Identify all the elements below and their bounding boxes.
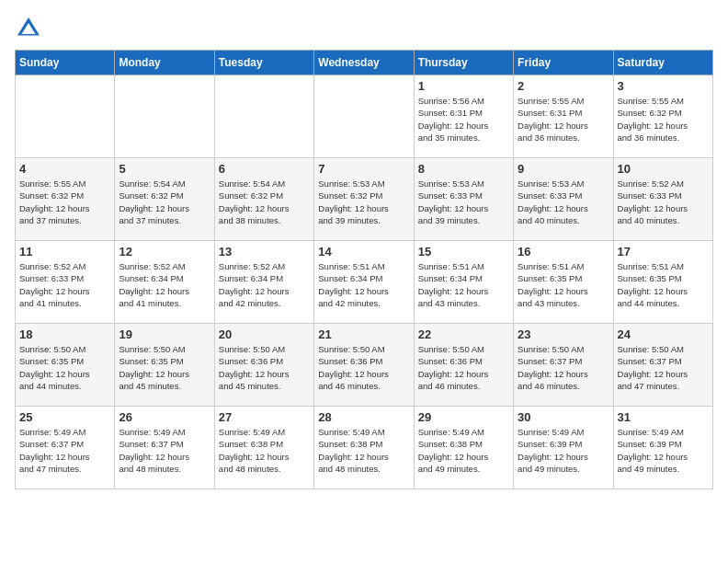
day-cell: 30Sunrise: 5:49 AM Sunset: 6:39 PM Dayli… — [514, 407, 613, 489]
day-info: Sunrise: 5:51 AM Sunset: 6:34 PM Dayligh… — [318, 260, 409, 309]
header-row: SundayMondayTuesdayWednesdayThursdayFrid… — [16, 51, 713, 75]
calendar-table: SundayMondayTuesdayWednesdayThursdayFrid… — [15, 50, 713, 489]
day-number: 29 — [418, 410, 509, 424]
day-cell — [314, 75, 414, 158]
day-cell: 11Sunrise: 5:52 AM Sunset: 6:33 PM Dayli… — [16, 241, 115, 324]
day-cell: 19Sunrise: 5:50 AM Sunset: 6:35 PM Dayli… — [115, 324, 214, 407]
day-info: Sunrise: 5:55 AM Sunset: 6:31 PM Dayligh… — [518, 95, 609, 144]
day-info: Sunrise: 5:52 AM Sunset: 6:33 PM Dayligh… — [19, 260, 110, 309]
day-cell: 17Sunrise: 5:51 AM Sunset: 6:35 PM Dayli… — [613, 241, 712, 324]
day-number: 16 — [518, 245, 609, 259]
day-number: 17 — [618, 245, 709, 259]
day-number: 11 — [19, 245, 110, 259]
day-cell — [115, 75, 214, 158]
day-number: 8 — [418, 162, 509, 176]
header — [15, 15, 713, 42]
day-number: 4 — [19, 162, 110, 176]
day-info: Sunrise: 5:49 AM Sunset: 6:38 PM Dayligh… — [219, 426, 310, 475]
day-info: Sunrise: 5:49 AM Sunset: 6:38 PM Dayligh… — [418, 426, 509, 475]
day-info: Sunrise: 5:51 AM Sunset: 6:35 PM Dayligh… — [518, 260, 609, 309]
day-info: Sunrise: 5:49 AM Sunset: 6:39 PM Dayligh… — [618, 426, 709, 475]
day-number: 21 — [318, 327, 409, 341]
day-info: Sunrise: 5:49 AM Sunset: 6:38 PM Dayligh… — [318, 426, 409, 475]
day-info: Sunrise: 5:54 AM Sunset: 6:32 PM Dayligh… — [219, 178, 310, 226]
day-cell: 16Sunrise: 5:51 AM Sunset: 6:35 PM Dayli… — [514, 241, 613, 324]
day-info: Sunrise: 5:56 AM Sunset: 6:31 PM Dayligh… — [418, 95, 509, 144]
week-row-0: 1Sunrise: 5:56 AM Sunset: 6:31 PM Daylig… — [16, 75, 713, 158]
day-info: Sunrise: 5:52 AM Sunset: 6:34 PM Dayligh… — [219, 260, 310, 309]
day-info: Sunrise: 5:50 AM Sunset: 6:35 PM Dayligh… — [19, 343, 110, 392]
day-number: 3 — [618, 79, 709, 93]
day-cell: 2Sunrise: 5:55 AM Sunset: 6:31 PM Daylig… — [514, 75, 613, 158]
day-info: Sunrise: 5:54 AM Sunset: 6:32 PM Dayligh… — [119, 178, 210, 226]
col-header-thursday: Thursday — [414, 51, 513, 75]
day-number: 19 — [119, 327, 210, 341]
day-number: 18 — [19, 327, 110, 341]
day-cell: 28Sunrise: 5:49 AM Sunset: 6:38 PM Dayli… — [314, 407, 414, 489]
day-number: 20 — [219, 327, 310, 341]
col-header-sunday: Sunday — [16, 51, 115, 75]
day-info: Sunrise: 5:49 AM Sunset: 6:37 PM Dayligh… — [19, 426, 110, 475]
day-info: Sunrise: 5:53 AM Sunset: 6:32 PM Dayligh… — [318, 178, 409, 226]
day-cell: 7Sunrise: 5:53 AM Sunset: 6:32 PM Daylig… — [314, 158, 414, 241]
day-cell: 21Sunrise: 5:50 AM Sunset: 6:36 PM Dayli… — [314, 324, 414, 407]
col-header-saturday: Saturday — [613, 51, 712, 75]
logo — [15, 15, 46, 42]
day-number: 30 — [518, 410, 609, 424]
day-info: Sunrise: 5:49 AM Sunset: 6:39 PM Dayligh… — [518, 426, 609, 475]
day-cell: 31Sunrise: 5:49 AM Sunset: 6:39 PM Dayli… — [613, 407, 712, 489]
day-info: Sunrise: 5:53 AM Sunset: 6:33 PM Dayligh… — [418, 178, 509, 226]
day-cell: 9Sunrise: 5:53 AM Sunset: 6:33 PM Daylig… — [514, 158, 613, 241]
day-cell: 8Sunrise: 5:53 AM Sunset: 6:33 PM Daylig… — [414, 158, 513, 241]
day-cell: 4Sunrise: 5:55 AM Sunset: 6:32 PM Daylig… — [16, 158, 115, 241]
day-number: 2 — [518, 79, 609, 93]
day-info: Sunrise: 5:50 AM Sunset: 6:36 PM Dayligh… — [318, 343, 409, 392]
day-info: Sunrise: 5:49 AM Sunset: 6:37 PM Dayligh… — [119, 426, 210, 475]
day-number: 22 — [418, 327, 509, 341]
day-number: 10 — [618, 162, 709, 176]
week-row-4: 25Sunrise: 5:49 AM Sunset: 6:37 PM Dayli… — [16, 407, 713, 489]
day-info: Sunrise: 5:50 AM Sunset: 6:37 PM Dayligh… — [618, 343, 709, 392]
day-cell: 10Sunrise: 5:52 AM Sunset: 6:33 PM Dayli… — [613, 158, 712, 241]
day-info: Sunrise: 5:50 AM Sunset: 6:36 PM Dayligh… — [418, 343, 509, 392]
day-info: Sunrise: 5:51 AM Sunset: 6:34 PM Dayligh… — [418, 260, 509, 309]
day-cell: 18Sunrise: 5:50 AM Sunset: 6:35 PM Dayli… — [16, 324, 115, 407]
day-cell: 29Sunrise: 5:49 AM Sunset: 6:38 PM Dayli… — [414, 407, 513, 489]
col-header-tuesday: Tuesday — [214, 51, 313, 75]
day-cell: 26Sunrise: 5:49 AM Sunset: 6:37 PM Dayli… — [115, 407, 214, 489]
day-info: Sunrise: 5:55 AM Sunset: 6:32 PM Dayligh… — [618, 95, 709, 144]
day-cell: 27Sunrise: 5:49 AM Sunset: 6:38 PM Dayli… — [214, 407, 313, 489]
day-cell — [16, 75, 115, 158]
day-number: 12 — [119, 245, 210, 259]
day-number: 31 — [618, 410, 709, 424]
day-cell: 3Sunrise: 5:55 AM Sunset: 6:32 PM Daylig… — [613, 75, 712, 158]
day-number: 27 — [219, 410, 310, 424]
day-info: Sunrise: 5:53 AM Sunset: 6:33 PM Dayligh… — [518, 178, 609, 226]
day-cell: 24Sunrise: 5:50 AM Sunset: 6:37 PM Dayli… — [613, 324, 712, 407]
day-number: 6 — [219, 162, 310, 176]
day-cell: 5Sunrise: 5:54 AM Sunset: 6:32 PM Daylig… — [115, 158, 214, 241]
day-number: 7 — [318, 162, 409, 176]
day-cell: 6Sunrise: 5:54 AM Sunset: 6:32 PM Daylig… — [214, 158, 313, 241]
day-number: 26 — [119, 410, 210, 424]
day-cell: 13Sunrise: 5:52 AM Sunset: 6:34 PM Dayli… — [214, 241, 313, 324]
day-info: Sunrise: 5:55 AM Sunset: 6:32 PM Dayligh… — [19, 178, 110, 226]
day-number: 25 — [19, 410, 110, 424]
logo-icon — [15, 15, 42, 42]
day-number: 14 — [318, 245, 409, 259]
day-cell: 20Sunrise: 5:50 AM Sunset: 6:36 PM Dayli… — [214, 324, 313, 407]
day-number: 9 — [518, 162, 609, 176]
day-cell: 12Sunrise: 5:52 AM Sunset: 6:34 PM Dayli… — [115, 241, 214, 324]
day-cell: 25Sunrise: 5:49 AM Sunset: 6:37 PM Dayli… — [16, 407, 115, 489]
week-row-2: 11Sunrise: 5:52 AM Sunset: 6:33 PM Dayli… — [16, 241, 713, 324]
day-number: 28 — [318, 410, 409, 424]
day-cell: 15Sunrise: 5:51 AM Sunset: 6:34 PM Dayli… — [414, 241, 513, 324]
day-number: 13 — [219, 245, 310, 259]
day-number: 5 — [119, 162, 210, 176]
week-row-1: 4Sunrise: 5:55 AM Sunset: 6:32 PM Daylig… — [16, 158, 713, 241]
day-cell: 22Sunrise: 5:50 AM Sunset: 6:36 PM Dayli… — [414, 324, 513, 407]
col-header-friday: Friday — [514, 51, 613, 75]
day-info: Sunrise: 5:50 AM Sunset: 6:37 PM Dayligh… — [518, 343, 609, 392]
day-cell: 1Sunrise: 5:56 AM Sunset: 6:31 PM Daylig… — [414, 75, 513, 158]
day-info: Sunrise: 5:50 AM Sunset: 6:36 PM Dayligh… — [219, 343, 310, 392]
